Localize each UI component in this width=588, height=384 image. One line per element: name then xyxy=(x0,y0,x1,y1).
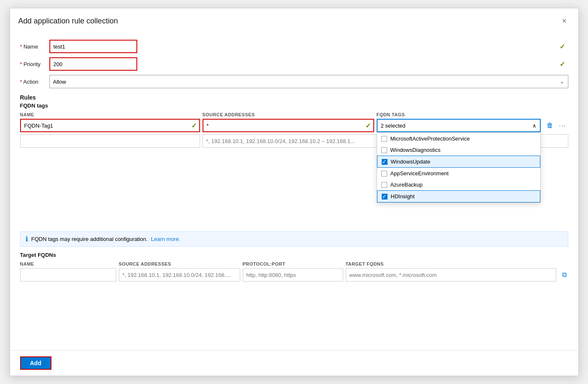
action-label-text: Action xyxy=(23,79,38,85)
target-col-header-name: NAME xyxy=(20,261,116,266)
name-input[interactable] xyxy=(49,40,137,53)
name-check-icon: ✓ xyxy=(560,43,565,51)
target-col-header-source: SOURCE ADDRESSES xyxy=(119,261,240,266)
rules-section-title: Rules xyxy=(20,94,568,101)
fqdn-src-check-icon: ✓ xyxy=(365,122,371,130)
target-fqdns-input[interactable] xyxy=(346,268,556,282)
target-name-input[interactable] xyxy=(20,268,116,282)
close-button[interactable]: × xyxy=(559,15,570,27)
col-header-fqdn-tags: FQDN TAGS xyxy=(377,112,568,117)
priority-input[interactable] xyxy=(49,57,137,71)
fqdn-tags-col: 2 selected ∧ MicrosoftActiveProtectionSe… xyxy=(377,119,541,132)
target-row1-external-link-button[interactable]: ⧉ xyxy=(560,269,568,280)
learn-more-link[interactable]: Learn more. xyxy=(151,236,180,242)
priority-label: * Priority xyxy=(20,61,49,67)
dropdown-label-hdinsight: HDInsight xyxy=(391,193,415,200)
priority-input-wrapper: ✓ xyxy=(49,57,568,71)
name-input-wrapper: ✓ xyxy=(49,40,568,53)
dropdown-item-azurebackup[interactable]: AzureBackup xyxy=(377,179,540,190)
action-row: * Action Allow Deny ⌄ xyxy=(20,75,568,88)
fqdn-col-headers: NAME SOURCE ADDRESSES FQDN TAGS xyxy=(20,112,568,117)
priority-check-icon: ✓ xyxy=(560,60,565,68)
name-label: * Name xyxy=(20,44,49,50)
fqdn-tags-multiselect[interactable]: 2 selected ∧ xyxy=(377,119,541,132)
dialog-title: Add application rule collection xyxy=(18,17,118,26)
fqdn-row-1: ✓ ✓ 2 selected ∧ MicrosoftActiveProtecti… xyxy=(20,119,568,132)
dropdown-checkbox-maps[interactable] xyxy=(381,136,387,142)
dropdown-item-appenv[interactable]: AppServiceEnvironment xyxy=(377,168,540,179)
dropdown-item-hdinsight[interactable]: ✓ HDInsight xyxy=(377,190,540,202)
name-required-star: * xyxy=(20,44,22,50)
dropdown-item-maps[interactable]: MicrosoftActiveProtectionService xyxy=(377,133,540,144)
dropdown-item-windiag[interactable]: WindowsDiagnostics xyxy=(377,144,540,156)
dropdown-label-appenv: AppServiceEnvironment xyxy=(390,170,449,177)
fqdn-src-col: ✓ xyxy=(203,119,374,132)
fqdn-tags-section-title: FQDN tags xyxy=(20,102,568,109)
fqdn-row2-name-input[interactable] xyxy=(20,134,200,148)
fqdn-tags-selected-label: 2 selected xyxy=(381,123,406,129)
target-name-col xyxy=(20,268,116,282)
fqdn-tags-dropdown: MicrosoftActiveProtectionService Windows… xyxy=(377,133,541,203)
add-button[interactable]: Add xyxy=(20,356,51,370)
target-proto-input[interactable] xyxy=(243,268,343,282)
dropdown-checkbox-winupdate[interactable]: ✓ xyxy=(382,159,388,165)
target-col-header-fqdns: TARGET FQDNS xyxy=(346,261,568,266)
add-rule-collection-dialog: Add application rule collection × * Name… xyxy=(10,8,579,376)
action-dropdown-wrapper: Allow Deny ⌄ xyxy=(49,75,568,88)
col-header-name: NAME xyxy=(20,112,200,117)
action-label: * Action xyxy=(20,79,49,85)
info-text: FQDN tags may require additional configu… xyxy=(31,236,148,242)
fqdn-name-check-icon: ✓ xyxy=(191,122,197,130)
dropdown-checkbox-windiag[interactable] xyxy=(381,147,387,153)
fqdn-src-input[interactable] xyxy=(203,119,374,132)
target-fqdns-data-col xyxy=(346,268,556,282)
dropdown-label-azurebackup: AzureBackup xyxy=(390,182,423,188)
col-header-source: SOURCE ADDRESSES xyxy=(203,112,374,117)
dropdown-label-windiag: WindowsDiagnostics xyxy=(390,147,441,153)
fqdn-info-bar: ℹ FQDN tags may require additional confi… xyxy=(20,231,568,247)
target-src-col xyxy=(119,268,240,282)
priority-label-text: Priority xyxy=(23,61,40,67)
target-fqdns-col-headers: NAME SOURCE ADDRESSES PROTOCOL:PORT TARG… xyxy=(20,261,568,266)
fqdn-row1-delete-button[interactable]: 🗑 xyxy=(545,120,555,131)
target-row1-actions: ⧉ xyxy=(560,269,568,280)
fqdn-name-col: ✓ xyxy=(20,119,200,132)
fqdn-row2-name-col xyxy=(20,134,200,148)
fqdn-row1-more-button[interactable]: ··· xyxy=(557,120,568,131)
dropdown-label-maps: MicrosoftActiveProtectionService xyxy=(390,136,470,142)
dropdown-checkbox-azurebackup[interactable] xyxy=(381,182,387,188)
priority-row: * Priority ✓ xyxy=(20,57,568,71)
dialog-header: Add application rule collection × xyxy=(10,8,578,32)
target-fqdns-section-title: Target FQDNs xyxy=(20,252,568,258)
action-required-star: * xyxy=(20,79,22,85)
dialog-body: * Name ✓ * Priority ✓ * Action xyxy=(10,32,578,350)
name-label-text: Name xyxy=(23,44,38,50)
dropdown-checkbox-hdinsight[interactable]: ✓ xyxy=(382,194,388,200)
fqdn-row1-actions: 🗑 ··· xyxy=(545,120,568,131)
action-select[interactable]: Allow Deny xyxy=(49,75,568,88)
dropdown-item-winupdate[interactable]: ✓ WindowsUpdate xyxy=(377,156,540,168)
dropdown-checkbox-appenv[interactable] xyxy=(381,171,387,177)
priority-required-star: * xyxy=(20,61,22,67)
fqdn-name-input[interactable] xyxy=(20,119,200,132)
dialog-footer: Add xyxy=(10,350,578,376)
info-icon: ℹ xyxy=(26,235,28,243)
fqdn-tags-chevron-up-icon: ∧ xyxy=(532,123,537,129)
dropdown-label-winupdate: WindowsUpdate xyxy=(391,159,431,165)
target-fqdns-row-1: ⧉ xyxy=(20,268,568,282)
target-proto-col xyxy=(243,268,343,282)
target-col-header-proto: PROTOCOL:PORT xyxy=(243,261,343,266)
name-row: * Name ✓ xyxy=(20,40,568,53)
target-src-input[interactable] xyxy=(119,268,240,282)
